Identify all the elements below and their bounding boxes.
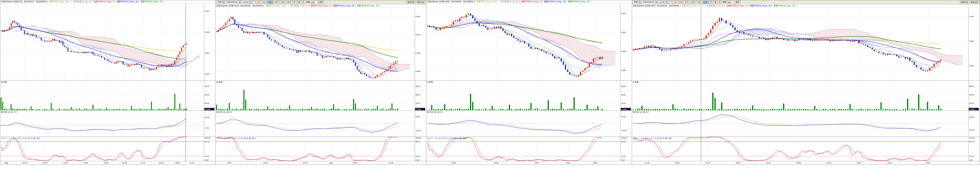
period-button-10分[interactable]: 10分 (267, 1, 273, 4)
macd-axis-label: 22.50 (205, 116, 210, 119)
stoch-axis-label: 0.00 (969, 159, 973, 161)
period-button-月[interactable]: 月 (302, 1, 305, 4)
period-button-5分[interactable]: 5分 (678, 1, 683, 4)
time-axis-label: 21:20 (141, 162, 145, 164)
price-axis-label: 9,615 (415, 15, 420, 18)
stoch-axis-label: 0.00 (621, 159, 625, 161)
chart-title: 日経225mini 12/06( 60分, 2012/04/16 - 2012/… (633, 5, 681, 7)
period-button-5分[interactable]: 5分 (262, 1, 266, 4)
volume-axis-label: 55.00 (205, 94, 210, 96)
stoch-axis-label: 100.00 (205, 137, 210, 139)
macd-axis-label: -20.00 (415, 130, 421, 132)
contract-select-value: 12/06 (659, 1, 665, 3)
chart-canvas[interactable]: 9,6109,5359,4609,38585.0055.0025.0025.00… (426, 0, 632, 164)
chevron-down-icon: ▼ (655, 1, 657, 4)
category-select[interactable]: 先物▼ (633, 1, 641, 4)
macd-pane (0, 119, 204, 131)
ichimoku-cloud (441, 19, 615, 67)
period-button-10分[interactable]: 10分 (684, 1, 689, 4)
apply-button[interactable]: 適用 (735, 1, 740, 4)
indicator-label: 移動平均( Close, 150 ) (476, 0, 497, 3)
time-axis-label: 20:00 (303, 162, 308, 164)
volume-bars (427, 94, 603, 110)
time-axis-label: 16:30 (766, 162, 771, 164)
category-select-value: 先物 (217, 1, 221, 4)
time-axis-label: 12:00 (263, 162, 268, 164)
category-select-value: 先物 (634, 1, 638, 4)
ichimoku-cloud (14, 26, 200, 67)
compare-symbols-button[interactable]: 銘柄比較 (960, 1, 969, 4)
chart-canvas[interactable]: 9,7009,5509,40085.0055.0025.0030.00-30.0… (632, 0, 980, 164)
price-axis-label: 9,465 (415, 52, 420, 54)
stoch-pane-label: スロー・ストキャスティクス( 14, 3, 80, 20 ) (216, 137, 256, 140)
period-button-1分[interactable]: 1分 (256, 1, 261, 4)
chart-panel-10分: 先物▼日経225mini▼12/06▼☆1分5分10分15分30分60分日週月本… (215, 0, 426, 164)
stoch-axis-label: 80.00 (621, 141, 626, 143)
time-axis-label: 12:00 (43, 162, 48, 164)
volume-bars (216, 90, 398, 110)
macd-axis-label: 30.00 (969, 116, 974, 118)
category-select[interactable]: 先物▼ (216, 1, 225, 4)
bars-count-input[interactable] (311, 1, 318, 4)
time-axis-label: 05/02 (593, 162, 598, 164)
time-axis-label: 14:40 (63, 162, 68, 164)
period-button-30分[interactable]: 30分 (280, 1, 286, 4)
chart-header: 日経225mini 12/06( 60分, 2012/04/16 - 2012/… (632, 4, 980, 7)
stoch-axis-label: 0.00 (415, 159, 419, 161)
compare-symbols-button[interactable]: 銘柄比較 (406, 1, 415, 4)
chart-panel-5分: 日経225mini 12/06( 5分, 2012/04/27 - 2012/0… (0, 0, 216, 164)
contract-select[interactable]: 12/06▼ (242, 1, 252, 4)
symbol-select-value: 日経225mini (643, 1, 654, 4)
time-axis-label: 16:30 (705, 162, 710, 164)
contract-select[interactable]: 12/06▼ (659, 1, 668, 4)
notification-settings-button[interactable]: 通知設定 (416, 1, 425, 4)
time-axis-label: 04/27 (227, 162, 232, 164)
favorite-star-icon[interactable]: ☆ (668, 1, 672, 4)
period-button-月[interactable]: 月 (718, 1, 722, 4)
volume-unit-label: x 1000 (416, 108, 421, 110)
indicator-label: 一目均衡表( 9, 26, 52 ) (499, 0, 520, 3)
period-button-15分[interactable]: 15分 (274, 1, 279, 4)
period-button-週[interactable]: 週 (297, 1, 301, 4)
notification-settings-button[interactable]: 通知設定 (970, 1, 979, 4)
indicator-label: 移動平均PX( Close, 25 ) (750, 5, 772, 7)
chart-panel-60分: 先物▼日経225mini▼12/06▼☆1分5分10分15分30分60分日週月本… (632, 0, 980, 164)
time-axis-label: 16:00 (84, 162, 89, 164)
bars-count-input[interactable] (727, 1, 734, 4)
axes: 9,5409,4659,3909,31585.0055.0025.0022.50… (0, 3, 215, 164)
time-axis-label: 05/02 (175, 162, 180, 164)
period-button-日[interactable]: 日 (293, 1, 296, 4)
time-axis-label: 22:40 (159, 162, 164, 164)
chart-canvas[interactable]: 9,5409,4659,3909,31585.0055.0025.0022.50… (0, 0, 215, 164)
indicator-label: 移動平均PX( Close, 75 ) (568, 0, 590, 3)
volume-axis-label: 55.00 (415, 94, 420, 96)
period-button-週[interactable]: 週 (714, 1, 717, 4)
period-button-15分[interactable]: 15分 (690, 1, 696, 4)
symbol-select[interactable]: 日経225mini▼ (226, 1, 241, 4)
bars-count-label: 本数 (306, 1, 310, 4)
period-button-60分[interactable]: 60分 (703, 1, 709, 4)
time-axis-label: May (566, 162, 570, 164)
macd-pane-label: MACD( 12, 26, 9 ) (633, 111, 649, 113)
chevron-down-icon: ▼ (249, 1, 251, 4)
favorite-star-icon[interactable]: ☆ (252, 1, 256, 4)
symbol-select[interactable]: 日経225mini▼ (642, 1, 658, 4)
volume-unit-label: x 1000 (205, 108, 210, 110)
period-button-日[interactable]: 日 (709, 1, 713, 4)
moving-average-lines (216, 20, 398, 78)
stoch-axis-label: 20.00 (205, 155, 210, 158)
indicator-label: 移動平均PX( Close, 5 ) (94, 0, 115, 3)
chart-title: 日経225mini 12/06( 10分, 2012/04/26 - 2012/… (216, 5, 264, 7)
apply-button[interactable]: 適用 (318, 1, 324, 4)
chart-canvas[interactable]: 9,6159,5409,4659,39085.0055.0025.0020.00… (216, 0, 426, 164)
period-button-1分[interactable]: 1分 (673, 1, 677, 4)
period-button-60分[interactable]: 60分 (286, 1, 292, 4)
stoch-axis-label: 80.00 (205, 141, 210, 143)
time-axis-label: 01:20 (189, 162, 194, 164)
period-button-30分[interactable]: 30分 (697, 1, 702, 4)
chevron-down-icon: ▼ (222, 1, 224, 4)
price-axis-label: 9,385 (621, 69, 626, 71)
indicator-label: 一目均衡表( 9, 26, 52 ) (288, 5, 309, 7)
macd-axis-label: -30.00 (969, 129, 975, 131)
price-axis-label: 9,540 (415, 34, 420, 36)
